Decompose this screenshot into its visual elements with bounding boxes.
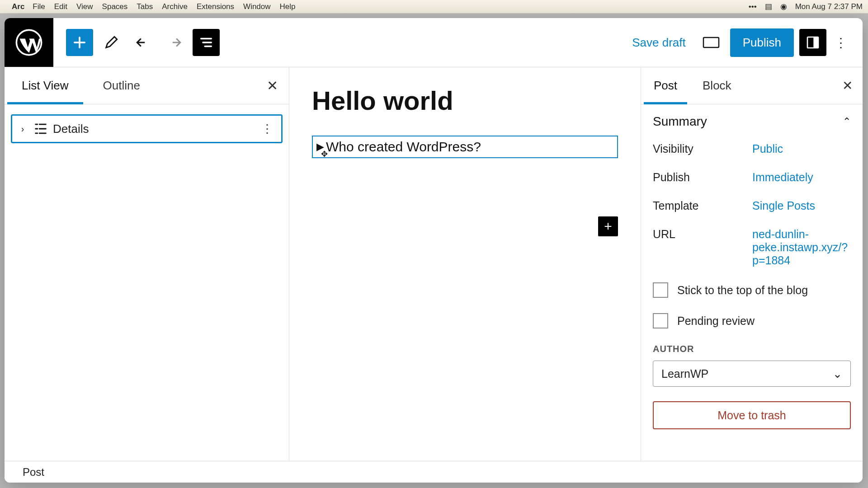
details-block[interactable]: ▶ Who created WordPress? ✥	[312, 136, 618, 158]
summary-section-header[interactable]: Summary ⌃	[653, 114, 851, 129]
add-block-button[interactable]	[66, 29, 93, 56]
svg-rect-4	[814, 37, 818, 48]
tree-item-label: Details	[53, 122, 89, 136]
pencil-icon	[104, 35, 119, 50]
wordpress-icon	[15, 29, 42, 56]
append-block-button[interactable]: +	[598, 216, 618, 236]
author-heading: AUTHOR	[653, 344, 851, 354]
plus-icon: +	[604, 219, 612, 234]
menubar-item-help[interactable]: Help	[280, 2, 296, 11]
menubar-item-file[interactable]: File	[33, 2, 45, 11]
menubar-item-window[interactable]: Window	[243, 2, 270, 11]
desktop-icon	[702, 36, 720, 49]
tree-item-more-button[interactable]: ⋮	[257, 120, 278, 138]
mac-menubar: Arc File Edit View Spaces Tabs Archive E…	[0, 0, 868, 14]
tab-outline[interactable]: Outline	[86, 67, 157, 104]
template-label: Template	[653, 199, 752, 212]
chevron-right-icon[interactable]: ›	[17, 124, 28, 134]
menubar-item-archive[interactable]: Archive	[162, 2, 188, 11]
field-publish: Publish Immediately	[653, 171, 851, 184]
tab-listview[interactable]: List View	[5, 67, 86, 104]
tab-post[interactable]: Post	[641, 67, 690, 104]
menubar-status-circle-icon[interactable]: ◉	[780, 2, 787, 11]
publish-value[interactable]: Immediately	[752, 171, 851, 184]
settings-sidebar-toggle[interactable]	[799, 29, 826, 56]
close-icon: ✕	[267, 78, 278, 93]
wordpress-logo[interactable]	[5, 18, 53, 67]
details-summary-text[interactable]: Who created WordPress?	[326, 139, 481, 155]
block-tree: › Details ⋮	[5, 104, 289, 153]
menubar-item-tabs[interactable]: Tabs	[137, 2, 153, 11]
visibility-label: Visibility	[653, 142, 752, 155]
url-value[interactable]: ned-dunlin-peke.instawp.xyz/?p=1884	[752, 228, 851, 267]
more-vertical-icon: ⋮	[835, 35, 847, 50]
listview-toggle-button[interactable]	[193, 29, 220, 56]
menubar-status-dots-icon[interactable]: •••	[749, 2, 757, 11]
chevron-up-icon: ⌃	[843, 116, 851, 127]
post-title[interactable]: Hello world	[312, 85, 618, 116]
publish-label: Publish	[653, 171, 752, 184]
publish-button[interactable]: Publish	[730, 28, 794, 57]
settings-tabs: Post Block ✕	[641, 67, 863, 104]
editor-topbar: Save draft Publish ⋮	[5, 18, 863, 67]
menubar-item-view[interactable]: View	[76, 2, 93, 11]
close-icon: ✕	[842, 79, 853, 93]
tab-block[interactable]: Block	[690, 67, 744, 104]
move-to-trash-button[interactable]: Move to trash	[653, 401, 851, 429]
save-draft-button[interactable]: Save draft	[626, 31, 692, 54]
pending-checkbox[interactable]	[653, 313, 668, 328]
preview-button[interactable]	[698, 29, 725, 56]
editor-footer: Post	[5, 461, 863, 483]
stick-checkbox[interactable]	[653, 282, 668, 298]
close-settings-button[interactable]: ✕	[842, 78, 853, 93]
field-url: URL ned-dunlin-peke.instawp.xyz/?p=1884	[653, 228, 851, 267]
tree-item-details[interactable]: › Details ⋮	[11, 114, 283, 143]
pending-checkbox-row: Pending review	[653, 313, 851, 328]
url-label: URL	[653, 228, 752, 267]
chevron-down-icon: ⌄	[833, 367, 842, 380]
breadcrumb[interactable]: Post	[23, 466, 44, 479]
settings-body: Summary ⌃ Visibility Public Publish Imme…	[641, 104, 863, 429]
author-select[interactable]: LearnWP ⌄	[653, 361, 851, 387]
undo-icon	[135, 35, 151, 50]
undo-button[interactable]	[129, 29, 156, 56]
field-visibility: Visibility Public	[653, 142, 851, 155]
listview-icon	[198, 35, 214, 50]
left-tabs: List View Outline ✕	[5, 67, 289, 104]
stick-label: Stick to the top of the blog	[677, 284, 808, 297]
panel-icon	[806, 35, 820, 50]
svg-rect-1	[703, 38, 719, 47]
author-value: LearnWP	[661, 367, 708, 380]
field-template: Template Single Posts	[653, 199, 851, 212]
visibility-value[interactable]: Public	[752, 142, 851, 155]
workspace: List View Outline ✕ › Details ⋮ Hello	[5, 67, 863, 461]
menubar-item-edit[interactable]: Edit	[54, 2, 67, 11]
pending-label: Pending review	[677, 314, 755, 328]
menubar-item-extensions[interactable]: Extensions	[197, 2, 234, 11]
summary-section-title: Summary	[653, 114, 707, 129]
edit-mode-button[interactable]	[98, 29, 125, 56]
listview-panel: List View Outline ✕ › Details ⋮	[5, 67, 289, 461]
app-window: Save draft Publish ⋮ List View Outline ✕	[5, 18, 863, 483]
redo-button[interactable]	[161, 29, 188, 56]
editor-canvas[interactable]: Hello world ▶ Who created WordPress? ✥ +	[289, 67, 641, 461]
menubar-clock[interactable]: Mon Aug 7 2:37 PM	[795, 2, 863, 11]
stick-checkbox-row: Stick to the top of the blog	[653, 282, 851, 298]
settings-panel: Post Block ✕ Summary ⌃ Visibility Public…	[641, 67, 863, 461]
plus-icon	[72, 35, 87, 50]
redo-icon	[167, 35, 182, 50]
more-options-button[interactable]: ⋮	[832, 29, 850, 56]
more-vertical-icon: ⋮	[261, 122, 273, 136]
menubar-item-spaces[interactable]: Spaces	[102, 2, 128, 11]
details-marker-icon[interactable]: ▶	[316, 141, 324, 153]
template-value[interactable]: Single Posts	[752, 199, 851, 212]
menubar-app-name[interactable]: Arc	[12, 2, 24, 11]
details-block-icon	[33, 121, 48, 136]
menubar-status-icon[interactable]: ▤	[765, 2, 772, 11]
close-listview-button[interactable]: ✕	[267, 78, 278, 94]
